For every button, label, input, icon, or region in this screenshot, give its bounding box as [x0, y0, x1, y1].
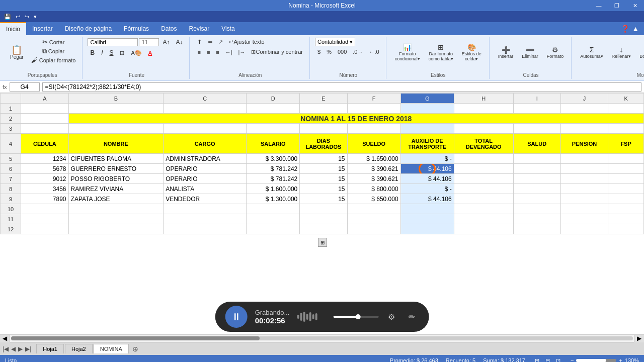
quick-access-dropdown[interactable]: ▾ [32, 13, 38, 21]
cell-dias-2[interactable]: 15 [300, 164, 347, 174]
cell-cargo-4[interactable]: ANALISTA [164, 184, 247, 194]
indent-increase-button[interactable]: |→ [236, 48, 248, 56]
tab-inicio[interactable]: Inicio [0, 22, 26, 35]
merge-center-button[interactable]: ⊞Combinar y centrar [249, 48, 305, 56]
number-format-selector[interactable]: Contabilidad ▾ [315, 38, 355, 46]
header-nombre[interactable]: NOMBRE [68, 134, 164, 154]
col-header-j[interactable]: J [560, 94, 608, 104]
cell-salud-4[interactable] [513, 184, 560, 194]
add-sheet-button[interactable]: ⊕ [132, 345, 138, 353]
minimize-button[interactable]: — [590, 0, 608, 11]
save-icon[interactable]: 💾 [3, 13, 13, 21]
header-total[interactable]: TOTALDEVENGADO [454, 134, 513, 154]
cell-cedula-5[interactable]: 7890 [21, 194, 68, 204]
comma-button[interactable]: 000 [335, 48, 349, 56]
cell-c12[interactable] [164, 224, 247, 234]
cell-fsp-2[interactable] [608, 164, 644, 174]
cell-b10[interactable] [68, 204, 164, 214]
zoom-level[interactable]: 130% [625, 357, 639, 362]
cut-button[interactable]: ✂Cortar [29, 38, 78, 46]
cell-pension-3[interactable] [560, 174, 608, 184]
cell-pension-1[interactable] [560, 154, 608, 164]
cell-cargo-5[interactable]: VENDEDOR [164, 194, 247, 204]
scrollbar-track[interactable] [11, 336, 633, 340]
cell-sueldo-1[interactable]: $ 1.650.000 [347, 154, 400, 164]
format-button[interactable]: ⚙ Formato [543, 38, 568, 67]
cell-pension-4[interactable] [560, 184, 608, 194]
cell-total-3[interactable] [454, 174, 513, 184]
cell-b3[interactable] [68, 124, 164, 134]
scrollbar-thumb[interactable] [11, 336, 260, 340]
align-center-button[interactable]: ≡ [204, 48, 212, 56]
cell-pension-5[interactable] [560, 194, 608, 204]
cell-a1[interactable] [21, 104, 68, 114]
cell-g1[interactable] [400, 104, 454, 114]
format-as-table-button[interactable]: ⊞ Dar formatocomo tabla▾ [425, 38, 457, 67]
cell-g3[interactable] [400, 124, 454, 134]
horizontal-scrollbar[interactable]: ◀ ▶ [0, 334, 644, 342]
delete-button[interactable]: ➖ Eliminar [518, 38, 542, 67]
cell-cedula-4[interactable]: 3456 [21, 184, 68, 194]
scroll-left-button[interactable]: ◀ [0, 335, 10, 342]
header-salud[interactable]: SALUD [513, 134, 560, 154]
cell-salud-1[interactable] [513, 154, 560, 164]
cell-i11[interactable] [513, 214, 560, 224]
paste-options-icon[interactable]: ⊞ [318, 238, 327, 247]
cell-fsp-1[interactable] [608, 154, 644, 164]
cell-dias-1[interactable]: 15 [300, 154, 347, 164]
cell-cedula-3[interactable]: 9012 [21, 174, 68, 184]
cell-a3[interactable] [21, 124, 68, 134]
align-top-button[interactable]: ⬆ [195, 38, 204, 46]
cell-d1[interactable] [247, 104, 300, 114]
cell-a10[interactable] [21, 204, 68, 214]
minimize-ribbon-icon[interactable]: ▲ [632, 25, 639, 33]
paste-button[interactable]: 📋 Pegar [7, 38, 27, 67]
cell-fsp-5[interactable] [608, 194, 644, 204]
cell-fsp-3[interactable] [608, 174, 644, 184]
tab-formulas[interactable]: Fórmulas [118, 22, 155, 35]
cell-b11[interactable] [68, 214, 164, 224]
sheet-tab-hoja1[interactable]: Hoja1 [36, 344, 64, 353]
header-dias[interactable]: DIASLABORADOS [300, 134, 347, 154]
page-break-icon[interactable]: ⊡ [554, 356, 563, 362]
header-cedula[interactable]: CEDULA [21, 134, 68, 154]
fill-button[interactable]: ↓ Rellenar▾ [608, 38, 635, 67]
insert-button[interactable]: ➕ Insertar [495, 38, 517, 67]
cell-j10[interactable] [560, 204, 608, 214]
cell-d11[interactable] [247, 214, 300, 224]
copy-format-button[interactable]: 🖌Copiar formato [29, 56, 78, 64]
cell-b12[interactable] [68, 224, 164, 234]
underline-button[interactable]: S [107, 48, 116, 57]
cell-a2[interactable] [21, 114, 68, 124]
cell-sueldo-5[interactable]: $ 650.000 [347, 194, 400, 204]
cell-salario-4[interactable]: $ 1.600.000 [247, 184, 300, 194]
font-name-input[interactable]: Calibri [88, 38, 138, 46]
cell-auxilio-2-selected[interactable]: $ 44.106 [400, 164, 454, 174]
cell-dias-5[interactable]: 15 [300, 194, 347, 204]
cell-f12[interactable] [347, 224, 400, 234]
cell-f10[interactable] [347, 204, 400, 214]
recording-slider[interactable] [333, 316, 378, 318]
cell-h10[interactable] [454, 204, 513, 214]
cell-e1[interactable] [300, 104, 347, 114]
cell-auxilio-5[interactable]: $ 44.106 [400, 194, 454, 204]
cell-nombre-5[interactable]: ZAPATA JOSE [68, 194, 164, 204]
cell-total-4[interactable] [454, 184, 513, 194]
cell-reference-box[interactable] [10, 82, 40, 92]
formula-input[interactable] [42, 82, 641, 92]
cell-styles-button[interactable]: 🎨 Estilos decelda▾ [458, 38, 485, 67]
cell-e11[interactable] [300, 214, 347, 224]
recording-pause-button[interactable]: ⏸ [225, 306, 248, 328]
cell-sueldo-3[interactable]: $ 390.621 [347, 174, 400, 184]
cell-sueldo-4[interactable]: $ 800.000 [347, 184, 400, 194]
font-size-input[interactable]: 11 [139, 38, 159, 46]
clear-button[interactable]: 🗑 Borrar▾ [636, 38, 644, 67]
col-header-i[interactable]: I [513, 94, 560, 104]
cell-i10[interactable] [513, 204, 560, 214]
tab-datos[interactable]: Datos [155, 22, 183, 35]
cell-j12[interactable] [560, 224, 608, 234]
cell-cargo-3[interactable]: OPERARIO [164, 174, 247, 184]
cell-g10[interactable] [400, 204, 454, 214]
cell-k1[interactable] [608, 104, 644, 114]
cell-cedula-1[interactable]: 1234 [21, 154, 68, 164]
